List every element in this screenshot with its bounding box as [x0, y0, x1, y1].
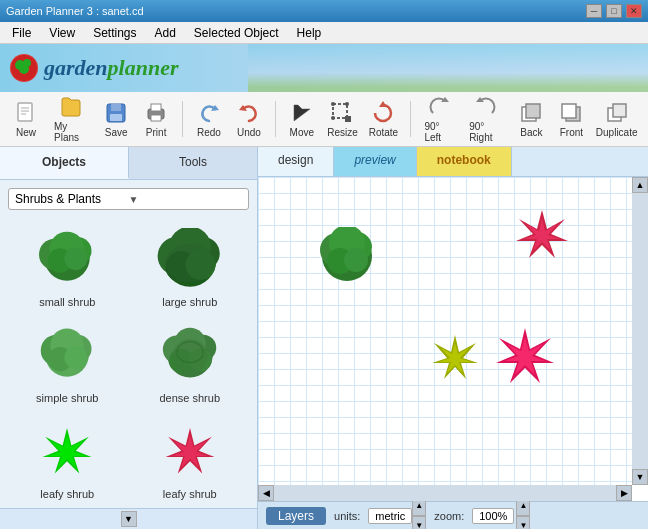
menu-view[interactable]: View: [41, 24, 83, 42]
canvas-plant-4[interactable]: [493, 325, 557, 392]
list-item[interactable]: leafy shrub: [131, 414, 250, 506]
list-item[interactable]: simple shrub: [8, 318, 127, 410]
front-label: Front: [560, 127, 583, 138]
horizontal-scrollbar[interactable]: ◀ ▶: [258, 485, 632, 501]
category-dropdown[interactable]: Shrubs & Plants ▼: [8, 188, 249, 210]
tab-design[interactable]: design: [258, 147, 334, 176]
scroll-right-arrow[interactable]: ▶: [616, 485, 632, 501]
new-button[interactable]: New: [8, 97, 44, 142]
tab-objects[interactable]: Objects: [0, 147, 129, 179]
brand-bar: gardenplanner: [0, 44, 648, 92]
list-item[interactable]: small shrub: [8, 222, 127, 314]
toolbar-separator-3: [410, 101, 411, 137]
menu-help[interactable]: Help: [289, 24, 330, 42]
small-shrub-label: small shrub: [39, 296, 95, 308]
undo-icon: [237, 101, 261, 125]
my-plans-button[interactable]: My Plans: [48, 91, 94, 147]
save-icon: [104, 101, 128, 125]
minimize-button[interactable]: ─: [586, 4, 602, 18]
scroll-down-arrow[interactable]: ▼: [632, 469, 648, 485]
right-panel: design preview notebook: [258, 147, 648, 529]
resize-button[interactable]: Resize: [324, 97, 361, 142]
front-icon: [559, 101, 583, 125]
front-button[interactable]: Front: [553, 97, 589, 142]
90-right-label: 90° Right: [469, 121, 503, 143]
objects-grid: small shrub large shrub: [0, 218, 257, 508]
status-bar: Layers units: metric ▲ ▼ zoom: 100% ▲ ▼: [258, 501, 648, 529]
rotate-button[interactable]: Rotate: [365, 97, 401, 142]
90-left-label: 90° Left: [424, 121, 453, 143]
panel-tabs: Objects Tools: [0, 147, 257, 180]
large-shrub-preview: [155, 228, 225, 293]
svg-rect-12: [151, 104, 161, 111]
save-label: Save: [105, 127, 128, 138]
zoom-down-arrow[interactable]: ▼: [516, 516, 530, 530]
svg-rect-29: [613, 104, 626, 117]
objects-scroll-down[interactable]: ▼: [121, 511, 137, 527]
menu-file[interactable]: File: [4, 24, 39, 42]
left-panel: Objects Tools Shrubs & Plants ▼ small sh…: [0, 147, 258, 529]
svg-marker-68: [524, 218, 560, 251]
maximize-button[interactable]: □: [606, 4, 622, 18]
svg-point-20: [331, 116, 335, 120]
units-down-arrow[interactable]: ▼: [412, 516, 426, 530]
svg-point-18: [331, 102, 335, 106]
brand-logo: gardenplanner: [10, 54, 178, 82]
zoom-label: zoom:: [434, 510, 464, 522]
canvas-plant-3[interactable]: [428, 332, 482, 389]
view-tabs: design preview notebook: [258, 147, 648, 177]
layers-button[interactable]: Layers: [266, 507, 326, 525]
tab-tools[interactable]: Tools: [129, 147, 257, 179]
save-button[interactable]: Save: [98, 97, 134, 142]
grid-canvas: [258, 177, 632, 485]
menu-add[interactable]: Add: [147, 24, 184, 42]
svg-point-66: [344, 248, 368, 272]
close-button[interactable]: ✕: [626, 4, 642, 18]
back-button[interactable]: Back: [513, 97, 549, 142]
svg-rect-16: [333, 104, 347, 118]
simple-shrub-preview: [32, 324, 102, 389]
undo-button[interactable]: Undo: [231, 97, 267, 142]
svg-marker-58: [50, 435, 85, 467]
back-label: Back: [520, 127, 542, 138]
my-plans-icon: [59, 95, 83, 119]
resize-label: Resize: [327, 127, 358, 138]
list-item[interactable]: large shrub: [131, 222, 250, 314]
tab-notebook[interactable]: notebook: [417, 147, 512, 176]
rotate-label: Rotate: [369, 127, 398, 138]
duplicate-button[interactable]: Duplicate: [593, 97, 640, 142]
svg-rect-13: [151, 115, 161, 121]
vertical-scrollbar[interactable]: ▲ ▼: [632, 177, 648, 485]
move-button[interactable]: Move: [284, 97, 320, 142]
brand-text: gardenplanner: [44, 55, 178, 81]
new-label: New: [16, 127, 36, 138]
redo-button[interactable]: Redo: [191, 97, 227, 142]
canvas-plant-2[interactable]: [513, 207, 571, 268]
90-right-button[interactable]: 90° Right: [463, 91, 509, 147]
print-button[interactable]: Print: [138, 97, 174, 142]
menu-selected-object[interactable]: Selected Object: [186, 24, 287, 42]
scroll-left-arrow[interactable]: ◀: [258, 485, 274, 501]
canvas-plant-1[interactable]: [318, 227, 376, 288]
list-item[interactable]: leafy shrub: [8, 414, 127, 506]
scroll-up-arrow[interactable]: ▲: [632, 177, 648, 193]
undo-label: Undo: [237, 127, 261, 138]
svg-rect-10: [110, 114, 122, 121]
svg-marker-21: [379, 101, 387, 107]
svg-point-42: [165, 244, 214, 283]
90-left-button[interactable]: 90° Left: [418, 91, 459, 147]
tab-preview[interactable]: preview: [334, 147, 416, 176]
svg-rect-17: [345, 116, 351, 122]
toolbar: New My Plans Save Print Redo Undo: [0, 92, 648, 147]
duplicate-label: Duplicate: [596, 127, 638, 138]
redo-icon: [197, 101, 221, 125]
leafy-shrub-green-preview: [32, 420, 102, 485]
category-value: Shrubs & Plants: [15, 192, 129, 206]
svg-marker-72: [505, 337, 545, 375]
90-left-icon: [427, 95, 451, 119]
print-label: Print: [146, 127, 167, 138]
list-item[interactable]: dense shrub: [131, 318, 250, 410]
design-area[interactable]: ▲ ▼ ◀ ▶: [258, 177, 648, 501]
toolbar-separator-2: [275, 101, 276, 137]
menu-settings[interactable]: Settings: [85, 24, 144, 42]
